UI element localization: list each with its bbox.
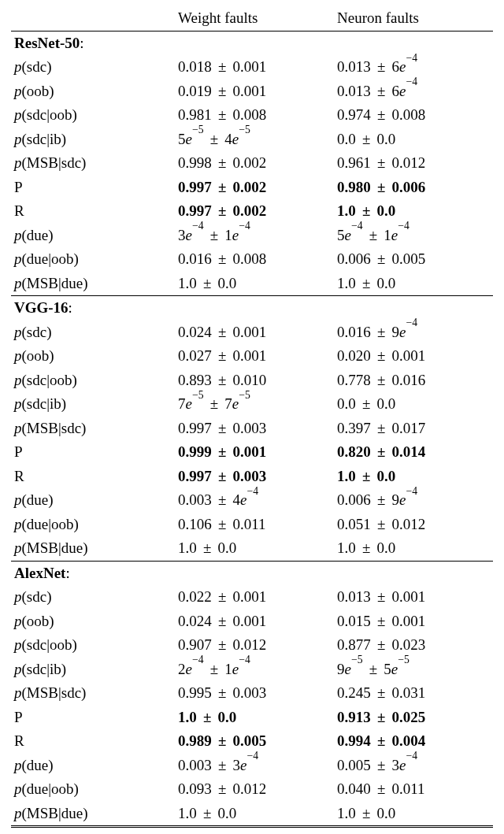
results-table: Weight faultsNeuron faultsResNet-50:p(sd…: [11, 6, 493, 828]
row-label: p(MSB|sdc): [11, 681, 175, 706]
weight-value: 1.0 ± 0.0: [175, 536, 334, 561]
header-weight-faults: Weight faults: [175, 6, 334, 31]
weight-value: 1.0 ± 0.0: [175, 706, 334, 730]
neuron-value: 1.0 ± 0.0: [334, 536, 493, 561]
section-title: AlexNet:: [11, 561, 493, 585]
neuron-value: 0.016 ± 9e−4: [334, 321, 493, 345]
row-label: p(due|oob): [11, 247, 175, 272]
weight-value: 5e−5 ± 4e−5: [175, 128, 334, 152]
weight-value: 0.998 ± 0.002: [175, 151, 334, 176]
neuron-value: 0.013 ± 6e−4: [334, 80, 493, 104]
results-table-page: Weight faultsNeuron faultsResNet-50:p(sd…: [0, 0, 504, 834]
row-label: P: [11, 706, 175, 730]
weight-value: 1.0 ± 0.0: [175, 802, 334, 827]
section-title: ResNet-50:: [11, 31, 493, 55]
neuron-value: 0.006 ± 9e−4: [334, 488, 493, 513]
weight-value: 0.999 ± 0.001: [175, 440, 334, 465]
section-title: VGG-16:: [11, 296, 493, 321]
weight-value: 0.997 ± 0.003: [175, 417, 334, 441]
row-label: p(sdc|oob): [11, 633, 175, 658]
weight-value: 0.093 ± 0.012: [175, 777, 334, 802]
neuron-value: 0.961 ± 0.012: [334, 151, 493, 176]
weight-value: 0.003 ± 3e−4: [175, 754, 334, 778]
weight-value: 0.003 ± 4e−4: [175, 488, 334, 513]
row-label: p(oob): [11, 344, 175, 369]
weight-value: 2e−4 ± 1e−4: [175, 658, 334, 682]
row-label: R: [11, 465, 175, 489]
weight-value: 0.019 ± 0.001: [175, 80, 334, 104]
weight-value: 0.018 ± 0.001: [175, 55, 334, 80]
neuron-value: 1.0 ± 0.0: [334, 802, 493, 827]
neuron-value: 0.820 ± 0.014: [334, 440, 493, 465]
row-label: p(due|oob): [11, 513, 175, 537]
row-label: p(MSB|sdc): [11, 417, 175, 441]
weight-value: 3e−4 ± 1e−4: [175, 224, 334, 248]
row-label: p(sdc): [11, 55, 175, 80]
neuron-value: 0.006 ± 0.005: [334, 247, 493, 272]
row-label: R: [11, 729, 175, 754]
neuron-value: 0.397 ± 0.017: [334, 417, 493, 441]
neuron-value: 0.015 ± 0.001: [334, 610, 493, 634]
row-label: p(sdc|ib): [11, 658, 175, 682]
neuron-value: 0.980 ± 0.006: [334, 176, 493, 200]
row-label: p(sdc|oob): [11, 103, 175, 128]
row-label: p(MSB|due): [11, 802, 175, 827]
weight-value: 1.0 ± 0.0: [175, 272, 334, 296]
neuron-value: 0.020 ± 0.001: [334, 344, 493, 369]
header-neuron-faults: Neuron faults: [334, 6, 493, 31]
weight-value: 0.997 ± 0.002: [175, 176, 334, 200]
weight-value: 0.024 ± 0.001: [175, 610, 334, 634]
neuron-value: 0.778 ± 0.016: [334, 369, 493, 393]
weight-value: 0.024 ± 0.001: [175, 321, 334, 345]
row-label: R: [11, 199, 175, 224]
neuron-value: 0.0 ± 0.0: [334, 128, 493, 152]
row-label: p(oob): [11, 610, 175, 634]
neuron-value: 9e−5 ± 5e−5: [334, 658, 493, 682]
row-label: P: [11, 440, 175, 465]
row-label: p(sdc): [11, 321, 175, 345]
row-label: p(MSB|due): [11, 272, 175, 296]
row-label: p(due|oob): [11, 777, 175, 802]
neuron-value: 0.051 ± 0.012: [334, 513, 493, 537]
neuron-value: 1.0 ± 0.0: [334, 272, 493, 296]
row-label: p(due): [11, 224, 175, 248]
weight-value: 0.995 ± 0.003: [175, 681, 334, 706]
neuron-value: 0.0 ± 0.0: [334, 392, 493, 417]
row-label: p(due): [11, 488, 175, 513]
row-label: p(oob): [11, 80, 175, 104]
weight-value: 7e−5 ± 7e−5: [175, 392, 334, 417]
row-label: p(sdc|ib): [11, 392, 175, 417]
weight-value: 0.016 ± 0.008: [175, 247, 334, 272]
neuron-value: 0.974 ± 0.008: [334, 103, 493, 128]
weight-value: 0.027 ± 0.001: [175, 344, 334, 369]
neuron-value: 5e−4 ± 1e−4: [334, 224, 493, 248]
neuron-value: 0.040 ± 0.011: [334, 777, 493, 802]
row-label: p(MSB|sdc): [11, 151, 175, 176]
weight-value: 0.106 ± 0.011: [175, 513, 334, 537]
neuron-value: 0.005 ± 3e−4: [334, 754, 493, 778]
row-label: p(sdc): [11, 585, 175, 610]
weight-value: 0.022 ± 0.001: [175, 585, 334, 610]
neuron-value: 0.913 ± 0.025: [334, 706, 493, 730]
row-label: p(due): [11, 754, 175, 778]
neuron-value: 0.245 ± 0.031: [334, 681, 493, 706]
row-label: p(sdc|ib): [11, 128, 175, 152]
neuron-value: 0.013 ± 0.001: [334, 585, 493, 610]
row-label: p(MSB|due): [11, 536, 175, 561]
row-label: p(sdc|oob): [11, 369, 175, 393]
header-blank: [11, 6, 175, 31]
row-label: P: [11, 176, 175, 200]
